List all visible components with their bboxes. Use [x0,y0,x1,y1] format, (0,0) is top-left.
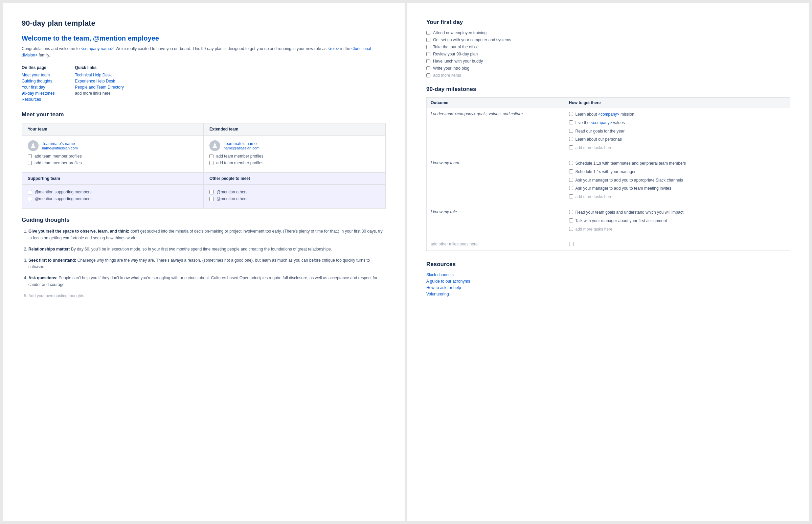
task-item[interactable]: Ask your manager to add you to team meet… [569,185,786,191]
checkbox[interactable] [569,145,573,149]
quick-link-item[interactable]: People and Team Directory [75,85,124,89]
task-item[interactable]: Talk with your manager about your first … [569,218,786,224]
guiding-item: Relationships matter: By day 60, you'll … [28,246,386,252]
milestone-row: I know my team Schedule 1:1s with teamma… [427,157,790,206]
milestone-row: I know my role Read your team goals and … [427,206,790,238]
checkbox[interactable] [209,154,213,158]
resources-title: Resources [426,261,790,268]
checkbox[interactable] [28,154,32,158]
toc-item[interactable]: Your first day [22,85,54,89]
svg-point-1 [214,144,216,146]
checkbox[interactable] [426,31,430,35]
add-member-checkbox[interactable]: add team member profiles [209,154,380,159]
supporting-team-cell: @mention supporting members @mention sup… [22,184,204,208]
checkbox[interactable] [28,190,32,194]
teammate-name: Teammate's name [42,141,78,146]
quick-link-item[interactable]: Technical Help Desk [75,73,124,78]
milestone-tasks: Read your team goals and understand whic… [565,206,790,238]
resource-item[interactable]: Volunteering [426,292,790,296]
task-item[interactable]: Schedule 1:1s with teammates and periphe… [569,161,786,166]
doc-title: 90-day plan template [22,19,386,28]
toc-item[interactable]: Guiding thoughts [22,79,54,83]
quick-links-col: Quick links Technical Help Desk Experien… [75,65,124,103]
mention-item: @mention others [209,196,380,201]
add-member-checkbox[interactable]: add team member profiles [209,161,380,165]
resource-item[interactable]: A guide to our acronyms [426,279,790,284]
checkbox[interactable] [569,178,573,182]
quick-link-item[interactable]: Experience Help Desk [75,79,124,83]
checkbox[interactable] [569,161,573,165]
checkbox[interactable] [569,169,573,174]
add-member-checkbox[interactable]: add team member profiles [28,161,198,165]
checkbox[interactable] [569,227,573,231]
milestone-outcome: I know my team [427,157,565,206]
resource-item[interactable]: Slack channels [426,273,790,277]
checkbox[interactable] [569,194,573,198]
guiding-item: Seek first to understand: Challenge why … [28,257,386,270]
checkbox[interactable] [28,197,32,201]
task-item[interactable]: Read your team goals and understand whic… [569,210,786,215]
checkbox[interactable] [426,52,430,56]
your-team-cell: Teammate's name name@atlassian.com add t… [22,135,204,173]
task-item[interactable]: Read our goals for the year [569,129,786,134]
toc-item[interactable]: Meet your team [22,73,54,78]
checkbox[interactable] [209,161,213,165]
milestone-outcome: I understand <company> goals, values, an… [427,108,565,157]
checkbox[interactable] [569,218,573,223]
checkbox[interactable] [569,137,573,141]
checkbox[interactable] [209,190,214,194]
add-milestone-checkbox-cell [565,238,790,251]
avatar [209,140,220,151]
add-milestone-label[interactable]: add other milestones here [427,238,565,251]
add-task-item[interactable]: add more tasks here [569,194,786,200]
add-first-day-item[interactable]: add more items [426,73,790,78]
team-grid: Your team Extended team Teammate's name … [22,123,386,209]
add-task-item[interactable]: add more tasks here [569,145,786,151]
task-item[interactable]: Live the <company> values [569,120,786,126]
milestones-table: Outcome How to get there I understand <c… [426,97,790,251]
resources-list: Slack channels A guide to our acronyms H… [426,273,790,296]
checkbox[interactable] [569,129,573,133]
first-day-item[interactable]: Review your 90-day plan [426,52,790,56]
checkbox[interactable] [209,197,214,201]
add-task-item[interactable]: add more tasks here [569,227,786,232]
task-item[interactable]: Learn about our personas [569,136,786,142]
checkbox[interactable] [426,66,430,70]
other-people-cell: @mention others @mention others [204,184,385,208]
toc-item[interactable]: 90-day milestones [22,91,54,96]
quick-links-label: Quick links [75,65,124,70]
quick-link-add[interactable]: add more links here [75,91,124,96]
checkbox[interactable] [569,120,573,125]
checkbox[interactable] [426,38,430,42]
toc-item[interactable]: Resources [22,97,54,102]
task-item[interactable]: Ask your manager to add you to appropria… [569,178,786,183]
checkbox[interactable] [28,161,32,165]
checkbox[interactable] [569,242,573,246]
checkbox[interactable] [569,186,573,190]
checkbox[interactable] [426,73,430,78]
add-milestone-row[interactable]: add other milestones here [427,238,790,251]
checkbox[interactable] [426,45,430,49]
first-day-item[interactable]: Attend new employee training [426,30,790,35]
task-item[interactable]: Schedule 1:1s with your manager [569,169,786,175]
supporting-team-header: Supporting team [22,173,204,184]
resource-item[interactable]: How to ask for help [426,285,790,290]
first-day-item[interactable]: Have lunch with your buddy [426,59,790,64]
first-day-item[interactable]: Get set up with your computer and system… [426,37,790,42]
add-guiding-thought[interactable]: Add your own guiding thoughts [28,293,386,299]
teammate-info: Teammate's name name@atlassian.com [224,141,259,150]
checkbox[interactable] [569,210,573,214]
outcome-col-header: Outcome [427,98,565,108]
how-col-header: How to get there [565,98,790,108]
first-day-item[interactable]: Take the tour of the office [426,45,790,49]
left-panel: 90-day plan template Welcome to the team… [3,3,405,521]
first-day-title: Your first day [426,19,790,26]
task-item[interactable]: Learn about <company> mission [569,112,786,117]
toc-links: On this page Meet your team Guiding thou… [22,65,386,103]
teammate-name: Teammate's name [224,141,259,146]
on-this-page-label: On this page [22,65,54,70]
checkbox[interactable] [569,112,573,116]
add-member-checkbox[interactable]: add team member profiles [28,154,198,159]
checkbox[interactable] [426,59,430,63]
first-day-item[interactable]: Write your intro blog [426,66,790,71]
